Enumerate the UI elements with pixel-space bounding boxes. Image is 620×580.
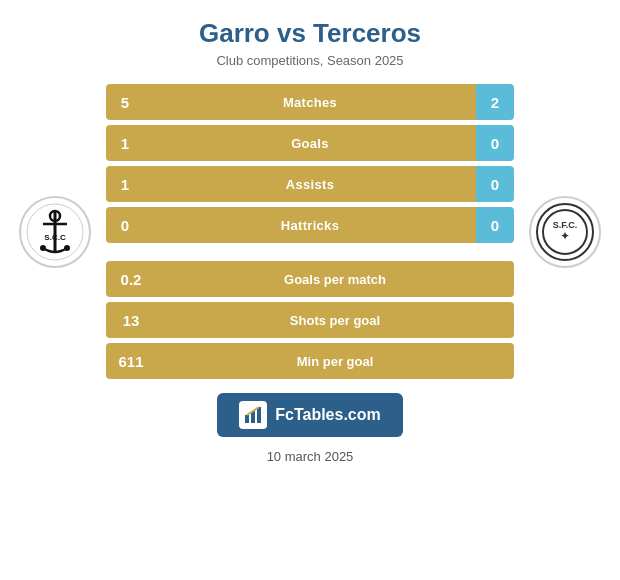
page-subtitle: Club competitions, Season 2025 (216, 53, 403, 68)
hattricks-label: Hattricks (144, 207, 476, 243)
min-per-goal-label: Min per goal (156, 343, 514, 379)
svg-point-4 (40, 245, 46, 251)
stat-row-goals: 1 Goals 0 (106, 125, 514, 161)
min-per-goal-value: 611 (106, 343, 156, 379)
goals-right-value: 0 (476, 125, 514, 161)
santos-logo: S.F.C. ✦ (529, 196, 601, 268)
stats-column: 5 Matches 2 1 Goals 0 1 Assists 0 0 Hatt… (100, 84, 520, 379)
goals-label: Goals (144, 125, 476, 161)
fctables-label: FcTables.com (275, 406, 381, 424)
assists-left-value: 1 (106, 166, 144, 202)
page-title: Garro vs Terceros (199, 18, 421, 49)
shots-per-goal-value: 13 (106, 302, 156, 338)
goals-per-match-value: 0.2 (106, 261, 156, 297)
fctables-banner[interactable]: FcTables.com (217, 393, 403, 437)
shots-per-goal-label: Shots per goal (156, 302, 514, 338)
goals-per-match-label: Goals per match (156, 261, 514, 297)
matches-right-value: 2 (476, 84, 514, 120)
svg-point-5 (64, 245, 70, 251)
svg-text:✦: ✦ (560, 229, 570, 243)
hattricks-left-value: 0 (106, 207, 144, 243)
footer-date: 10 march 2025 (267, 449, 354, 464)
matches-label: Matches (144, 84, 476, 120)
stat-row-hattricks: 0 Hattricks 0 (106, 207, 514, 243)
fctables-icon (239, 401, 267, 429)
stat-row-matches: 5 Matches 2 (106, 84, 514, 120)
svg-rect-11 (245, 415, 249, 423)
stat-row-assists: 1 Assists 0 (106, 166, 514, 202)
stats-and-logos: S.C.C 5 Matches 2 1 Goals 0 1 Assists 0 (10, 84, 610, 379)
matches-left-value: 5 (106, 84, 144, 120)
left-team-logo: S.C.C (10, 196, 100, 268)
corinthians-logo: S.C.C (19, 196, 91, 268)
stat-row-min-per-goal: 611 Min per goal (106, 343, 514, 379)
assists-right-value: 0 (476, 166, 514, 202)
assists-label: Assists (144, 166, 476, 202)
stat-row-goals-per-match: 0.2 Goals per match (106, 261, 514, 297)
svg-rect-13 (257, 407, 261, 423)
svg-text:S.C.C: S.C.C (44, 233, 66, 242)
goals-left-value: 1 (106, 125, 144, 161)
hattricks-right-value: 0 (476, 207, 514, 243)
stat-row-shots-per-goal: 13 Shots per goal (106, 302, 514, 338)
page-wrapper: Garro vs Terceros Club competitions, Sea… (0, 0, 620, 580)
right-team-logo: S.F.C. ✦ (520, 196, 610, 268)
